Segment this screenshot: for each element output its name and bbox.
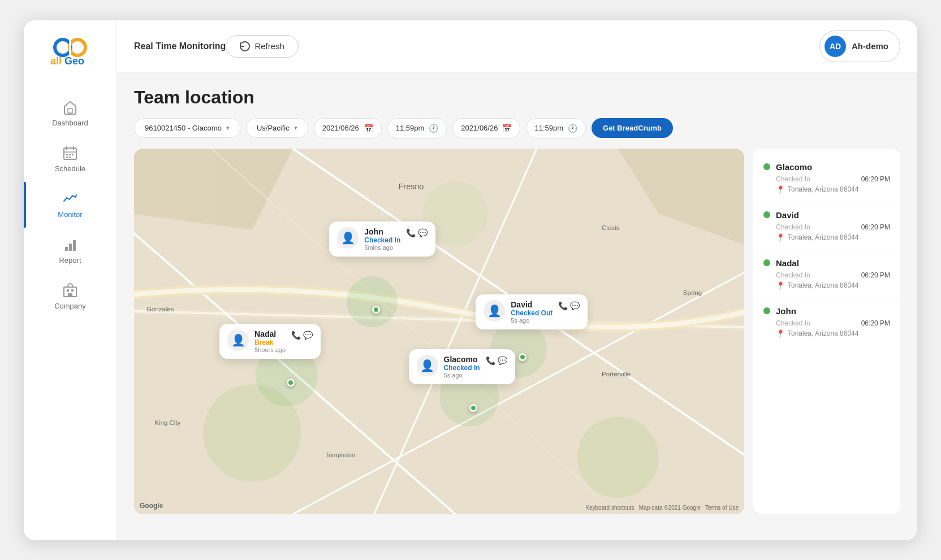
list-item[interactable]: Nadal Checked In 06:20 PM 📍 Tonalea, Ari… xyxy=(753,250,900,298)
svg-rect-21 xyxy=(68,293,72,297)
svg-text:King City: King City xyxy=(154,419,180,426)
location-icon-nadal: 📍 xyxy=(776,281,785,290)
time-from-input[interactable]: 11:59pm 🕐 xyxy=(387,118,447,138)
member-name-nadal: Nadal xyxy=(776,258,890,268)
fake-map: Fresno Gonzales King City Clovis Spring … xyxy=(134,149,744,514)
svg-rect-12 xyxy=(72,154,74,155)
popup-icons-nadal: 📞 💬 xyxy=(291,331,313,340)
popup-status-david: Checked Out xyxy=(511,309,552,317)
popup-time-john: 5mins ago xyxy=(364,244,400,251)
svg-text:Gonzales: Gonzales xyxy=(146,305,174,312)
calendar-to-icon: 📅 xyxy=(502,124,512,133)
svg-rect-5 xyxy=(68,108,72,113)
nav-items: Dashboard Schedule xyxy=(24,90,116,319)
monitor-icon xyxy=(62,191,78,207)
status-dot-john xyxy=(763,307,770,314)
svg-point-31 xyxy=(577,416,659,498)
pin-david xyxy=(519,353,526,361)
checked-in-time-john: 06:20 PM xyxy=(861,319,890,327)
popup-info-david: David Checked Out 5s ago xyxy=(511,300,552,324)
popup-status-nadal: Break xyxy=(254,338,286,346)
location-icon-glacomo: 📍 xyxy=(776,185,785,194)
svg-text:Spring: Spring xyxy=(683,289,702,296)
location-icon-john: 📍 xyxy=(776,329,785,338)
member-location-david: 📍 Tonalea, Arizona 86044 xyxy=(776,233,890,242)
checked-in-time-david: 06:20 PM xyxy=(861,223,890,231)
popup-name-nadal: Nadal xyxy=(254,329,286,338)
phone-icon-david[interactable]: 📞 xyxy=(558,301,568,310)
get-breadcrumb-button[interactable]: Get BreadCrumb xyxy=(592,118,673,138)
date-from-input[interactable]: 2021/06/26 📅 xyxy=(314,118,382,138)
popup-info-glacomo: Glacomo Checked In 5s ago xyxy=(444,355,480,379)
list-item[interactable]: Glacomo Checked In 06:20 PM 📍 Tonalea, A… xyxy=(753,154,900,202)
clock-from-icon: 🕐 xyxy=(429,124,438,133)
list-item[interactable]: John Checked In 06:20 PM 📍 Tonalea, Ariz… xyxy=(753,298,900,346)
map-attribution: Keyboard shortcuts Map data ©2021 Google… xyxy=(585,505,739,511)
member-header-david: David xyxy=(763,210,890,220)
clock-to-icon: 🕐 xyxy=(568,124,577,133)
monitor-label: Monitor xyxy=(58,210,82,219)
phone-icon-nadal[interactable]: 📞 xyxy=(291,331,301,340)
schedule-icon xyxy=(62,145,78,161)
member-location-john: 📍 Tonalea, Arizona 86044 xyxy=(776,329,890,338)
svg-rect-15 xyxy=(65,247,68,251)
member-location-text-john: Tonalea, Arizona 86044 xyxy=(788,329,858,337)
member-location-text-nadal: Tonalea, Arizona 86044 xyxy=(788,281,858,289)
sidebar-item-schedule[interactable]: Schedule xyxy=(24,136,116,182)
message-icon-david[interactable]: 💬 xyxy=(570,301,580,310)
popup-time-nadal: 5hours ago xyxy=(254,346,286,353)
timezone-chevron-icon: ▾ xyxy=(294,124,297,132)
date-to-input[interactable]: 2021/06/26 📅 xyxy=(452,118,520,138)
popup-name-john: John xyxy=(364,227,400,236)
content-row: Fresno Gonzales King City Clovis Spring … xyxy=(134,149,900,514)
message-icon-john[interactable]: 💬 xyxy=(418,228,428,237)
checked-in-label-david: Checked In xyxy=(776,223,810,231)
popup-avatar-john: 👤 xyxy=(337,227,359,249)
inner-content: Team location 9610021450 - Glacomo ▾ Us/… xyxy=(117,73,917,540)
sidebar-item-monitor[interactable]: Monitor xyxy=(24,182,116,228)
employee-chevron-icon: ▾ xyxy=(226,124,230,132)
top-header: Real Time Monitoring Refresh AD Ah-demo xyxy=(117,20,917,73)
sidebar-item-report[interactable]: Report xyxy=(24,228,116,274)
checked-in-label-john: Checked In xyxy=(776,319,810,327)
member-header-glacomo: Glacomo xyxy=(763,162,890,172)
employee-filter[interactable]: 9610021450 - Glacomo ▾ xyxy=(134,118,240,138)
member-location-text-david: Tonalea, Arizona 86044 xyxy=(788,233,858,241)
company-icon xyxy=(62,283,78,298)
message-icon-glacomo[interactable]: 💬 xyxy=(498,356,507,365)
popup-name-david: David xyxy=(511,300,552,309)
timezone-filter[interactable]: Us/Pacific ▾ xyxy=(246,118,308,138)
panel-scroll[interactable]: Glacomo Checked In 06:20 PM 📍 Tonalea, A… xyxy=(753,149,900,514)
popup-name-glacomo: Glacomo xyxy=(444,355,480,364)
sidebar-item-dashboard[interactable]: Dashboard xyxy=(24,90,116,136)
time-from-value: 11:59pm xyxy=(396,124,425,132)
popup-john: 👤 John Checked In 5mins ago 📞 💬 xyxy=(329,222,435,257)
calendar-from-icon: 📅 xyxy=(364,124,373,133)
phone-icon-glacomo[interactable]: 📞 xyxy=(486,356,495,365)
list-item[interactable]: David Checked In 06:20 PM 📍 Tonalea, Ari… xyxy=(753,202,900,250)
message-icon-nadal[interactable]: 💬 xyxy=(303,331,313,340)
home-icon xyxy=(62,99,78,115)
svg-text:Fresno: Fresno xyxy=(399,181,424,190)
checked-in-time-glacomo: 06:20 PM xyxy=(861,175,890,183)
phone-icon-john[interactable]: 📞 xyxy=(406,228,416,237)
member-header-nadal: Nadal xyxy=(763,258,890,268)
svg-rect-10 xyxy=(66,154,68,155)
svg-rect-2 xyxy=(69,40,71,55)
svg-rect-14 xyxy=(69,157,71,158)
member-detail-nadal: Checked In 06:20 PM xyxy=(776,271,890,279)
time-to-value: 11:59pm xyxy=(534,124,563,132)
sidebar-item-company[interactable]: Company xyxy=(24,274,116,319)
pulse-john xyxy=(347,276,398,327)
member-header-john: John xyxy=(763,306,890,316)
main-content: Real Time Monitoring Refresh AD Ah-demo … xyxy=(117,20,917,540)
pin-nadal xyxy=(287,379,295,387)
popup-nadal: 👤 Nadal Break 5hours ago 📞 💬 xyxy=(219,324,321,359)
status-dot-glacomo xyxy=(763,163,770,170)
time-to-input[interactable]: 11:59pm 🕐 xyxy=(526,118,586,138)
popup-time-glacomo: 5s ago xyxy=(444,372,480,379)
checked-in-label-nadal: Checked In xyxy=(776,271,810,279)
refresh-button[interactable]: Refresh xyxy=(226,35,299,58)
popup-info-john: John Checked In 5mins ago xyxy=(364,227,400,251)
dashboard-label: Dashboard xyxy=(52,119,88,127)
